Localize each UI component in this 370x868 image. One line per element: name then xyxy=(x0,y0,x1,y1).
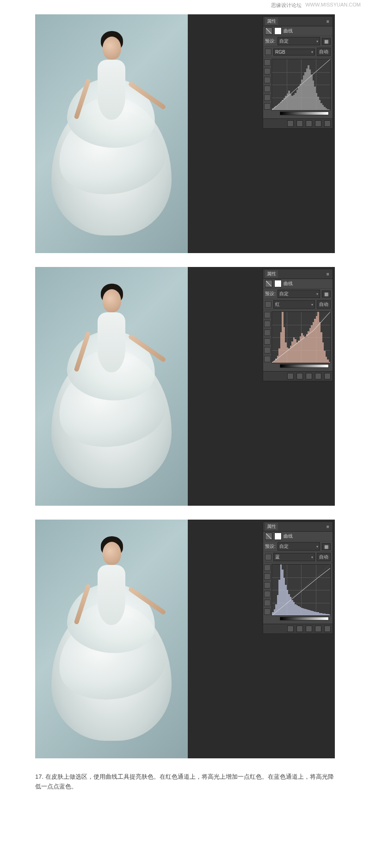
preset-row: 预设:自定▾▦ xyxy=(263,36,333,47)
visibility-icon[interactable] xyxy=(315,626,321,632)
panel-tab-properties[interactable]: 属性 xyxy=(265,270,278,278)
clip-to-layer-icon[interactable] xyxy=(287,120,294,127)
preset-extra-button[interactable]: ▦ xyxy=(322,543,331,550)
reset-icon[interactable] xyxy=(306,120,312,127)
visibility-icon[interactable] xyxy=(315,120,321,127)
workspace-background: 属性≡曲线预设:自定▾▦RGB▾自动 xyxy=(188,14,335,253)
preset-dropdown[interactable]: 自定▾ xyxy=(278,542,320,551)
clip-to-layer-icon[interactable] xyxy=(287,373,294,379)
mask-icon[interactable] xyxy=(274,27,282,35)
trash-icon[interactable] xyxy=(324,120,331,127)
properties-panel: 属性≡曲线预设:自定▾▦RGB▾自动 xyxy=(263,16,333,129)
clip-to-layer-icon[interactable] xyxy=(287,626,294,632)
eyedropper-gray-icon[interactable] xyxy=(264,573,271,580)
eyedropper-black-icon[interactable] xyxy=(264,312,271,318)
properties-panel: 属性≡曲线预设:自定▾▦红▾自动 xyxy=(263,269,333,381)
eyedropper-gray-icon[interactable] xyxy=(264,68,271,74)
curve-tools xyxy=(263,310,271,371)
curve-line[interactable] xyxy=(272,312,330,363)
clip-icon[interactable] xyxy=(264,103,271,110)
adjustment-type-row: 曲线 xyxy=(263,279,333,289)
watermark-url: WWW.MISSYUAN.COM xyxy=(305,2,361,9)
auto-button[interactable]: 自动 xyxy=(317,48,331,56)
panel-menu-icon[interactable]: ≡ xyxy=(325,272,331,277)
preset-extra-button[interactable]: ▦ xyxy=(322,38,331,45)
curves-icon xyxy=(265,27,272,35)
panel-menu-icon[interactable]: ≡ xyxy=(325,524,331,529)
input-range-slider[interactable] xyxy=(280,617,329,620)
smooth-icon[interactable] xyxy=(264,600,271,606)
adjustment-label: 曲线 xyxy=(284,28,293,34)
panel-footer xyxy=(263,118,333,128)
adjustment-label: 曲线 xyxy=(284,280,293,287)
view-previous-icon[interactable] xyxy=(296,626,303,632)
preset-dropdown[interactable]: 自定▾ xyxy=(278,37,320,45)
panel-header: 属性≡ xyxy=(263,522,333,532)
photoshop-window: 属性≡曲线预设:自定▾▦红▾自动 xyxy=(35,267,335,506)
mask-icon[interactable] xyxy=(274,280,282,287)
panel-footer xyxy=(263,371,333,381)
auto-button[interactable]: 自动 xyxy=(317,553,331,561)
clip-icon[interactable] xyxy=(264,356,271,362)
workspace-background: 属性≡曲线预设:自定▾▦蓝▾自动 xyxy=(188,520,335,758)
smooth-icon[interactable] xyxy=(264,94,271,101)
panel-tab-properties[interactable]: 属性 xyxy=(265,18,278,25)
pencil-icon[interactable] xyxy=(264,86,271,92)
step-caption: 17. 在皮肤上做选区，使用曲线工具提亮肤色。在红色通道上，将高光上增加一点红色… xyxy=(35,772,335,792)
svg-line-2 xyxy=(272,564,330,615)
target-adjust-icon[interactable] xyxy=(265,49,271,55)
target-adjust-icon[interactable] xyxy=(265,301,271,308)
eyedropper-black-icon[interactable] xyxy=(264,564,271,571)
watermark-site: 思缘设计论坛 xyxy=(271,2,302,9)
curve-line[interactable] xyxy=(272,564,330,615)
adjustment-type-row: 曲线 xyxy=(263,26,333,36)
pencil-icon[interactable] xyxy=(264,338,271,345)
curves-histogram[interactable] xyxy=(271,564,331,616)
input-range-slider[interactable] xyxy=(280,112,329,115)
channel-dropdown[interactable]: RGB▾ xyxy=(273,49,315,56)
eyedropper-white-icon[interactable] xyxy=(264,582,271,589)
chevron-down-icon: ▾ xyxy=(311,50,313,54)
document-canvas[interactable] xyxy=(35,14,188,253)
target-adjust-icon[interactable] xyxy=(265,554,271,560)
document-canvas[interactable] xyxy=(35,267,188,506)
step-number: 17. xyxy=(35,773,43,780)
input-range-slider[interactable] xyxy=(280,364,329,368)
smooth-icon[interactable] xyxy=(264,347,271,353)
pencil-icon[interactable] xyxy=(264,591,271,597)
curves-graph-area xyxy=(263,563,333,624)
eyedropper-gray-icon[interactable] xyxy=(264,321,271,327)
curves-graph-area xyxy=(263,310,333,371)
eyedropper-white-icon[interactable] xyxy=(264,329,271,336)
eyedropper-white-icon[interactable] xyxy=(264,77,271,83)
reset-icon[interactable] xyxy=(306,373,312,379)
document-canvas[interactable] xyxy=(35,520,188,758)
channel-dropdown[interactable]: 红▾ xyxy=(273,300,315,309)
trash-icon[interactable] xyxy=(324,373,331,379)
visibility-icon[interactable] xyxy=(315,373,321,379)
view-previous-icon[interactable] xyxy=(296,120,303,127)
channel-dropdown[interactable]: 蓝▾ xyxy=(273,553,315,561)
channel-row: 红▾自动 xyxy=(263,299,333,310)
panel-menu-icon[interactable]: ≡ xyxy=(325,19,331,24)
clip-icon[interactable] xyxy=(264,608,271,615)
view-previous-icon[interactable] xyxy=(296,373,303,379)
watermark: 思缘设计论坛 WWW.MISSYUAN.COM xyxy=(0,0,370,10)
curves-histogram[interactable] xyxy=(271,59,331,111)
curves-histogram[interactable] xyxy=(271,311,331,363)
photoshop-window: 属性≡曲线预设:自定▾▦RGB▾自动 xyxy=(35,14,335,253)
panel-tab-properties[interactable]: 属性 xyxy=(265,523,278,530)
auto-button[interactable]: 自动 xyxy=(317,300,331,309)
mask-icon[interactable] xyxy=(274,533,282,540)
step-text: 在皮肤上做选区，使用曲线工具提亮肤色。在红色通道上，将高光上增加一点红色。在蓝色… xyxy=(35,773,334,790)
preset-extra-button[interactable]: ▦ xyxy=(322,291,331,298)
preset-dropdown[interactable]: 自定▾ xyxy=(278,290,320,298)
reset-icon[interactable] xyxy=(306,626,312,632)
properties-panel: 属性≡曲线预设:自定▾▦蓝▾自动 xyxy=(263,521,333,634)
channel-row: 蓝▾自动 xyxy=(263,552,333,563)
curves-icon xyxy=(265,280,272,287)
trash-icon[interactable] xyxy=(324,626,331,632)
curve-line[interactable] xyxy=(272,59,330,110)
eyedropper-black-icon[interactable] xyxy=(264,59,271,66)
workspace-background: 属性≡曲线预设:自定▾▦红▾自动 xyxy=(188,267,335,506)
